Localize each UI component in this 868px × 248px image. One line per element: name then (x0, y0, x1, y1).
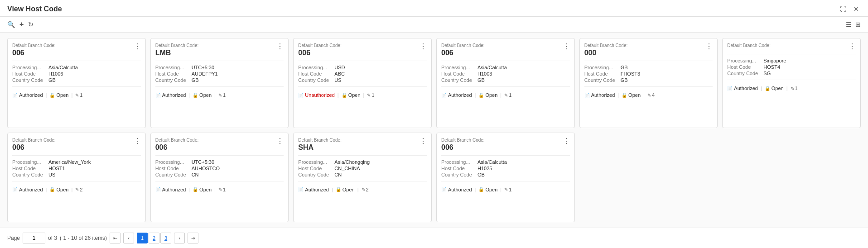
card-5[interactable]: Default Branch Code: 000 ⋮ Processing...… (579, 38, 718, 128)
card-2[interactable]: Default Branch Code: LMB ⋮ Processing...… (150, 38, 289, 128)
host-code-value: H1003 (477, 71, 570, 76)
country-code-label: Country Code (155, 77, 192, 83)
edit-icon: ✎ (647, 93, 651, 98)
list-view-icon[interactable]: ☰ (846, 21, 852, 28)
lock-icon: 🔓 (336, 187, 341, 192)
lock-text: Open (348, 92, 361, 98)
card-menu[interactable]: ⋮ (134, 43, 141, 50)
processing-label: Processing... (155, 159, 192, 165)
lock-text: Open (199, 187, 212, 192)
branch-value: 006 (441, 143, 485, 152)
processing-label: Processing... (727, 58, 763, 63)
card-info: Processing... America/New_York Host Code… (12, 159, 141, 177)
card-footer: 📄 Authorized | 🔓 Open | ✎ 4 (584, 92, 713, 98)
host-code-row: Host Code AUDEFPY1 (155, 71, 284, 76)
edit-icon: ✎ (75, 187, 79, 192)
host-code-value: CN_CHINA (334, 166, 427, 171)
page-of: of 3 (48, 235, 57, 241)
host-code-label: Host Code (441, 166, 477, 171)
country-code-label: Country Code (441, 77, 477, 83)
host-code-value: AUDEFPY1 (192, 71, 284, 76)
grid-view-icon[interactable]: ⊞ (855, 21, 861, 28)
edit-count: 2 (366, 187, 369, 192)
page-2-button[interactable]: 2 (149, 233, 159, 243)
card-info: Processing... Asia/Calcutta Host Code H1… (12, 65, 141, 83)
lock-text: Open (772, 86, 784, 91)
card-menu[interactable]: ⋮ (705, 43, 713, 50)
country-code-value: SG (763, 71, 856, 76)
card-10[interactable]: Default Branch Code: 006 ⋮ Processing...… (436, 133, 575, 223)
maximize-icon[interactable]: ⛶ (838, 5, 848, 14)
card-3[interactable]: Default Branch Code: 006 ⋮ Processing...… (293, 38, 432, 128)
search-icon[interactable]: 🔍 (7, 21, 15, 28)
card-footer-divider (584, 86, 713, 87)
first-page-button[interactable]: ⇤ (110, 233, 121, 243)
lock-text: Open (56, 187, 68, 192)
card-4[interactable]: Default Branch Code: 006 ⋮ Processing...… (436, 38, 575, 128)
status-item: 📄 Authorized (441, 187, 472, 192)
card-menu[interactable]: ⋮ (420, 43, 427, 50)
prev-page-button[interactable]: ‹ (123, 233, 134, 243)
lock-item: 🔓 Open (49, 92, 68, 98)
card-info: Processing... Singapore Host Code HOST4 … (727, 58, 856, 76)
page-3-button[interactable]: 3 (160, 233, 171, 243)
branch-value: 000 (584, 49, 628, 57)
lock-item: 🔓 Open (478, 187, 497, 192)
status-item: 📄 Authorized (298, 187, 329, 192)
lock-text: Open (199, 92, 212, 98)
branch-label: Default Branch Code: (155, 138, 199, 143)
processing-row: Processing... USD (298, 65, 427, 70)
header-actions: ⛶ ✕ (838, 5, 861, 14)
card-menu[interactable]: ⋮ (563, 138, 570, 145)
host-code-label: Host Code (12, 71, 48, 76)
page-1-button[interactable]: 1 (137, 233, 148, 243)
edit-icon: ✎ (218, 187, 222, 192)
card-menu[interactable]: ⋮ (276, 43, 284, 50)
host-code-row: Host Code H1025 (441, 166, 570, 171)
card-menu[interactable]: ⋮ (420, 138, 427, 145)
country-code-value: GB (621, 77, 713, 83)
host-code-value: AUHOSTCO (192, 166, 284, 171)
card-header: Default Branch Code: 006 ⋮ (298, 43, 427, 57)
close-icon[interactable]: ✕ (852, 5, 861, 14)
edit-item: ✎ 1 (367, 92, 374, 98)
branch-value: 006 (441, 49, 485, 57)
card-7[interactable]: Default Branch Code: 006 ⋮ Processing...… (7, 133, 146, 223)
edit-count: 1 (371, 92, 374, 98)
card-9[interactable]: Default Branch Code: SHA ⋮ Processing...… (293, 133, 432, 223)
card-info: Processing... USD Host Code ABC Country … (298, 65, 427, 83)
status-item: 📄 Unauthorized (298, 92, 334, 98)
page-title: View Host Code (7, 5, 62, 13)
card-1[interactable]: Default Branch Code: 006 ⋮ Processing...… (7, 38, 146, 128)
card-divider (12, 61, 141, 61)
country-code-row: Country Code US (12, 172, 141, 177)
lock-icon: 🔓 (49, 93, 55, 98)
status-text: Authorized (448, 92, 472, 98)
card-menu[interactable]: ⋮ (563, 43, 570, 50)
card-menu[interactable]: ⋮ (849, 43, 856, 50)
add-icon[interactable]: + (19, 20, 24, 29)
card-6[interactable]: Default Branch Code: ⋮ Processing... Sin… (722, 38, 861, 128)
card-menu[interactable]: ⋮ (276, 138, 284, 145)
next-page-button[interactable]: › (174, 233, 185, 243)
document-icon: 📄 (727, 86, 733, 91)
lock-icon: 🔓 (342, 93, 347, 98)
card-8[interactable]: Default Branch Code: 006 ⋮ Processing...… (150, 133, 289, 223)
processing-value: Singapore (763, 58, 856, 63)
host-code-value: ABC (334, 71, 427, 76)
country-code-value: CN (334, 172, 427, 177)
branch-value: SHA (298, 143, 342, 152)
page-input[interactable] (23, 233, 45, 243)
processing-value: USD (334, 65, 427, 70)
refresh-icon[interactable]: ↻ (28, 21, 34, 28)
page-range: ( 1 - 10 of 26 items) (60, 235, 107, 241)
processing-value: UTC+5:30 (192, 159, 284, 165)
card-menu[interactable]: ⋮ (134, 138, 141, 145)
host-code-label: Host Code (727, 64, 763, 70)
status-text: Authorized (162, 92, 186, 98)
country-code-label: Country Code (12, 172, 48, 177)
branch-label: Default Branch Code: (12, 138, 56, 143)
last-page-button[interactable]: ⇥ (188, 233, 198, 243)
status-item: 📄 Authorized (727, 86, 758, 91)
document-icon: 📄 (12, 187, 18, 192)
